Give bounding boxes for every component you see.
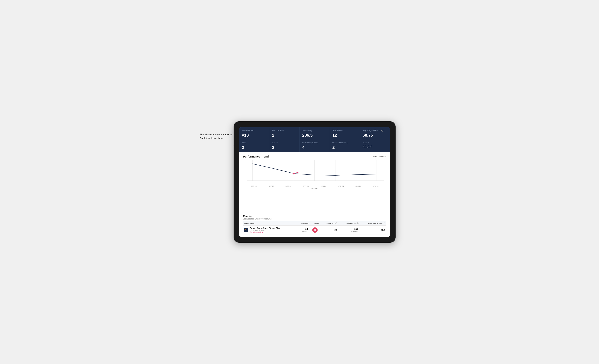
- stat-wins-label: Wins: [242, 142, 266, 144]
- events-table-header: Event Name Position Score Event SG i: [243, 221, 386, 225]
- performance-section: Performance Trend National Rank: [239, 152, 390, 213]
- stat-regional-rank-label: Regional Rank: [272, 129, 297, 132]
- event-date: Oct 9 - Oct 10, 2023: [250, 229, 280, 231]
- perf-header: Performance Trend National Rank: [243, 155, 386, 158]
- rank-impact: Rank Impact: 3 ▼: [250, 231, 280, 233]
- stat-stroke-play-label: Stroke Play Events: [302, 142, 327, 144]
- event-total-points: 28.3 3 Rounds: [338, 225, 360, 235]
- event-icon: 🏌: [244, 228, 248, 232]
- stat-top3s-label: Top 3s: [272, 142, 297, 144]
- chart-svg: #10: [243, 160, 386, 185]
- chart-x-labels: OCT 23 NOV 23 DEC 23 JAN 24 FEB 24 MAR 2…: [243, 185, 386, 187]
- event-position: 6th out of 7: [297, 225, 309, 235]
- info-icon-sg: i: [335, 222, 337, 224]
- col-total-points: Total Points i: [338, 221, 360, 225]
- stat-record-value: 32-8-0: [363, 145, 387, 149]
- event-sg: 0.45: [320, 225, 338, 235]
- annotation: This shows you your National Rank trend …: [200, 133, 237, 140]
- x-label-apr24: APR 24: [349, 185, 367, 187]
- header-row: Event Name Position Score Event SG i: [243, 221, 386, 225]
- stat-total-rounds: Total Rounds 12: [330, 127, 360, 140]
- event-score: -22: [309, 225, 320, 235]
- x-label-dec23: DEC 23: [280, 185, 297, 187]
- info-icon-avg: i: [381, 130, 383, 132]
- stat-wins: Wins 2: [239, 140, 269, 152]
- table-row: 🏌 Buster Cozy Cup – Stroke Play Oct 9 - …: [243, 225, 386, 235]
- annotation-text: This shows you your National Rank trend …: [200, 133, 232, 140]
- stat-match-play: Match Play Events 2: [330, 140, 360, 152]
- stat-scoring-avg-value: 286.5: [302, 133, 327, 138]
- info-icon-weighted: i: [383, 222, 385, 224]
- svg-text:#10: #10: [296, 171, 299, 174]
- scene: This shows you your National Rank trend …: [200, 121, 399, 243]
- events-table-body: 🏌 Buster Cozy Cup – Stroke Play Oct 9 - …: [243, 225, 386, 235]
- tablet-device: National Rank #10 Regional Rank 2 Scorin…: [234, 121, 396, 243]
- chart-x-title: Months: [243, 187, 386, 189]
- stat-scoring-avg-label: Scoring Avg.: [302, 129, 327, 132]
- event-weighted-points: 28.3: [360, 225, 386, 235]
- x-label-mar24: MAR 24: [332, 185, 350, 187]
- stat-national-rank-value: #10: [242, 133, 266, 138]
- stat-record-label: Record: [363, 142, 387, 144]
- perf-title: Performance Trend: [243, 155, 269, 158]
- stat-national-rank-label: National Rank: [242, 129, 266, 132]
- stats-row-2: Wins 2 Top 3s 2 Stroke Play Events 4 Mat…: [239, 140, 390, 152]
- stat-stroke-play: Stroke Play Events 4: [300, 140, 329, 152]
- stat-regional-rank-value: 2: [272, 133, 297, 138]
- stat-avg-weighted-points: Avg. Weighted Points i 68.75: [360, 127, 390, 140]
- annotation-bold: National Rank: [200, 133, 232, 140]
- events-title: Events: [243, 215, 386, 218]
- rank-arrow-icon: ▼: [262, 231, 263, 233]
- x-label-oct23: OCT 23: [245, 185, 262, 187]
- stat-stroke-play-value: 4: [302, 145, 327, 150]
- stat-top3s-value: 2: [272, 145, 297, 150]
- score-badge: -22: [312, 227, 317, 233]
- col-event-sg: Event SG i: [320, 221, 338, 225]
- stat-top3s: Top 3s 2: [269, 140, 299, 152]
- event-name-cell: 🏌 Buster Cozy Cup – Stroke Play Oct 9 - …: [243, 225, 297, 235]
- col-weighted-points: Weighted Points i: [360, 221, 386, 225]
- stat-total-rounds-value: 12: [333, 133, 357, 138]
- stats-row-1: National Rank #10 Regional Rank 2 Scorin…: [239, 127, 390, 140]
- x-label-may24: MAY 24: [367, 185, 384, 187]
- stat-match-play-value: 2: [333, 145, 357, 150]
- x-label-feb24: FEB 24: [315, 185, 332, 187]
- events-table: Event Name Position Score Event SG i: [243, 221, 386, 235]
- chart-area: #10: [243, 160, 386, 185]
- svg-point-9: [293, 173, 295, 175]
- stat-avg-weighted-label: Avg. Weighted Points i: [363, 129, 387, 132]
- col-score: Score: [309, 221, 320, 225]
- stat-regional-rank: Regional Rank 2: [269, 127, 299, 140]
- stat-national-rank: National Rank #10: [239, 127, 269, 140]
- stat-scoring-avg: Scoring Avg. 286.5: [300, 127, 329, 140]
- perf-y-label: National Rank: [373, 155, 386, 158]
- info-icon-total: i: [357, 222, 359, 224]
- event-name: Buster Cozy Cup – Stroke Play: [250, 227, 280, 229]
- stat-avg-weighted-value: 68.75: [363, 133, 387, 138]
- stat-record: Record 32-8-0: [360, 140, 390, 152]
- tablet-screen: National Rank #10 Regional Rank 2 Scorin…: [239, 127, 390, 237]
- events-section: Events Last updated: 24th November 2023 …: [239, 213, 390, 237]
- stat-match-play-label: Match Play Events: [333, 142, 357, 144]
- events-last-updated: Last updated: 24th November 2023: [243, 218, 386, 220]
- col-event-name: Event Name: [243, 221, 297, 225]
- col-position: Position: [297, 221, 309, 225]
- stat-total-rounds-label: Total Rounds: [333, 129, 357, 132]
- stat-wins-value: 2: [242, 145, 266, 150]
- x-label-jan24: JAN 24: [297, 185, 315, 187]
- x-label-nov23: NOV 23: [262, 185, 280, 187]
